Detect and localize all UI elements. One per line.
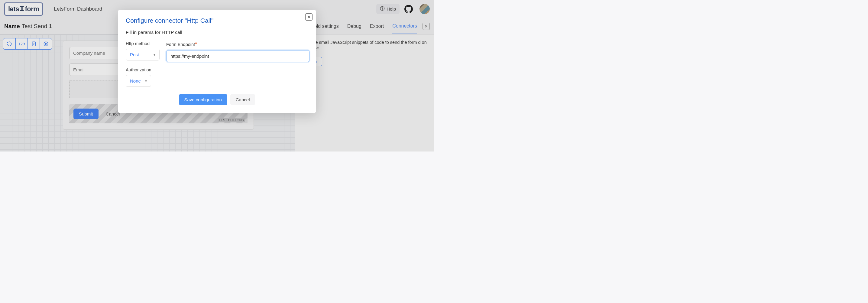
authorization-group: Authorization None ▾ [126, 67, 308, 87]
modal-cancel-button[interactable]: Cancel [230, 94, 255, 105]
modal-subtitle: Fill in params for HTTP call [126, 30, 308, 35]
endpoint-group: Form Endpoint* [166, 41, 309, 62]
authorization-select[interactable]: None ▾ [126, 75, 151, 87]
modal-actions: Save configuration Cancel [126, 94, 308, 105]
endpoint-input[interactable] [166, 50, 309, 62]
modal-title: Configure connector "Http Call" [126, 17, 308, 24]
configure-connector-modal: Configure connector "Http Call" Fill in … [118, 10, 316, 113]
authorization-label: Authorization [126, 67, 308, 72]
http-method-value: Post [130, 52, 139, 57]
endpoint-label: Form Endpoint* [166, 41, 309, 48]
save-configuration-button[interactable]: Save configuration [179, 94, 227, 105]
required-asterisk-icon: * [195, 41, 197, 47]
modal-close-button[interactable] [305, 13, 312, 21]
chevron-down-icon: ▾ [154, 53, 155, 57]
http-method-group: Http method Post ▾ [126, 41, 160, 62]
http-method-label: Http method [126, 41, 160, 46]
http-method-select[interactable]: Post ▾ [126, 49, 160, 60]
chevron-down-icon: ▾ [145, 79, 147, 83]
authorization-value: None [130, 78, 141, 84]
